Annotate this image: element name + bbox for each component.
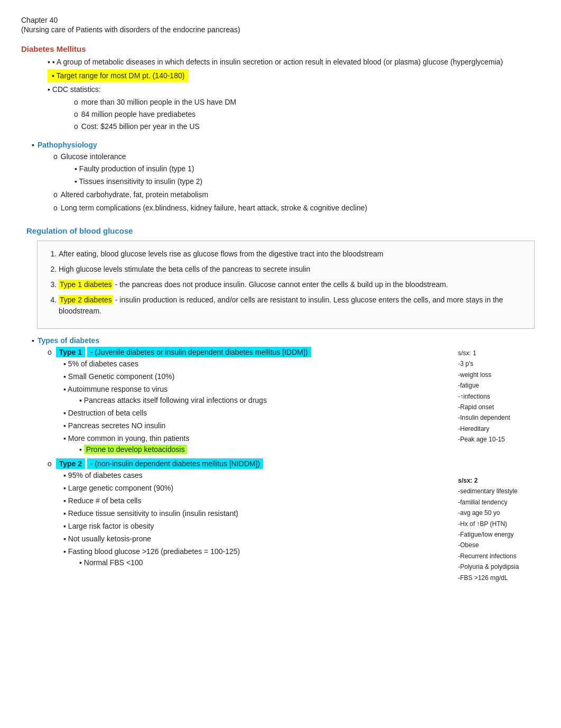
t2-b2: ▪ Reduce # of beta cells [63,495,453,506]
reg-item-1: After eating, blood glucose levels rise … [59,248,523,260]
t2-b6: ▪ Fasting blood glucose >126 (prediabete… [63,546,453,568]
glucose-sub-2: ▪ Tissues insensitivity to insulin (type… [74,176,367,187]
sx2-item-0: -sedimentary lifestyle [458,486,540,496]
reg-item-4: Type 2 diabetes - insulin production is … [59,294,523,317]
sx1-item-1: -weight loss [458,370,540,380]
dm-bullet-cdc: ▪ CDC statistics: [32,84,540,95]
cdc-sub-3: oCost: $245 billion per year in the US [74,121,540,132]
sx2-item-1: -familial tendency [458,497,540,508]
t2-sub1: ▪ Normal FBS <100 [79,557,453,568]
diabetes-mellitus-heading: Diabetes Mellitus [21,44,540,53]
type2-desc: - (non-insulin dependent diabetes mellit… [87,458,263,469]
sx1-notes: s/sx: 1 -3 p's -weight loss -fatigue -↑i… [458,348,540,445]
reg-item-3: Type 1 diabetes - the pancreas does not … [59,279,523,290]
sx2-item-8: -FBS >126 mg/dL [458,573,540,583]
t2-b5: ▪ Not usually ketosis-prone [63,533,453,545]
cdc-sub-1: omore than 30 million people in the US h… [74,97,540,108]
sx2-item-7: -Polyuria & polydipsia [458,561,540,572]
sx1-item-2: -fatigue [458,380,540,391]
prone-highlight: Prone to develop ketoacidosis [84,445,187,454]
t2-b0: ▪ 95% of diabetes cases [63,470,453,481]
sx2-item-2: -avg age 50 yo [458,508,540,518]
types-section: ▪ Types of diabetes s/sx: 1 -3 p's -weig… [21,336,540,568]
sx2-label: s/sx: 2 [458,475,540,486]
t1-sub1: ▪ Pancreas attacks itself following vira… [79,395,453,406]
regulation-box: After eating, blood glucose levels rise … [37,241,535,329]
reg-item-2: High glucose levels stimulate the beta c… [59,264,523,275]
dm-bullet-target: ▪ Target range for most DM pt. (140-180) [32,69,540,82]
type1-desc: - (Juvenile diabetes or insulin dependen… [87,347,311,357]
sx1-item-3: -↑infections [458,391,540,402]
sx2-item-4: -Fatigue/low energy [458,529,540,540]
chapter-title: Chapter 40 [21,16,540,24]
sx1-item-4: -Rapid onset [458,402,540,412]
type1-label: Type 1 [56,347,85,357]
patho-item-3: oLong term complications (ex.blindness, … [53,202,367,214]
sx1-item-6: -Hereditary [458,423,540,434]
sx1-item-5: -Insulin dependent [458,412,540,423]
t1-b0: ▪ 5% of diabetes cases [63,358,453,370]
t2-b3: ▪ Reduce tissue sensitivity to insulin (… [63,508,453,519]
t1-b4: ▪ Pancreas secretes NO insulin [63,420,453,431]
dm-bullet-1: ▪ A group of metabolic diseases in which… [32,57,540,68]
sx2-item-5: -Obese [458,540,540,550]
t1-b3: ▪ Destruction of beta cells [63,408,453,419]
t1-prone: ▪ Prone to develop ketoacidosis [79,444,453,455]
regulation-heading: Regulation of blood glucose [26,226,540,235]
t2-b4: ▪ Large risk factor is obesity [63,521,453,532]
t1-b5: ▪ More common in young, thin patients ▪ … [63,433,453,455]
t1-b2: ▪ Autoimmune response to virus ▪ Pancrea… [63,384,453,406]
patho-item-1: oGlucose intolerance ▪ Faulty production… [53,151,367,187]
sx2-notes: s/sx: 2 -sedimentary lifestyle -familial… [458,475,540,583]
cdc-sub-2: o84 million people have prediabetes [74,109,540,120]
sx2-item-3: -Hx of ↑BP (HTN) [458,519,540,529]
sx1-label: s/sx: 1 [458,348,540,358]
sx2-item-6: -Recurrent infections [458,551,540,561]
sx1-item-0: -3 p's [458,358,540,369]
type2-label: Type 2 [56,458,85,469]
glucose-sub-1: ▪ Faulty production of insulin (type 1) [74,163,367,174]
types-heading: Types of diabetes [38,336,99,345]
t1-b1: ▪ Small Genetic component (10%) [63,371,453,382]
t2-b1: ▪ Large genetic component (90%) [63,483,453,494]
chapter-subtitle: (Nursing care of Patients with disorders… [21,25,540,34]
sx1-item-7: -Peak age 10-15 [458,434,540,445]
pathophysiology-heading: Pathophysiology [38,141,367,149]
patho-item-2: oAltered carbohydrate, fat, protein meta… [53,189,367,200]
